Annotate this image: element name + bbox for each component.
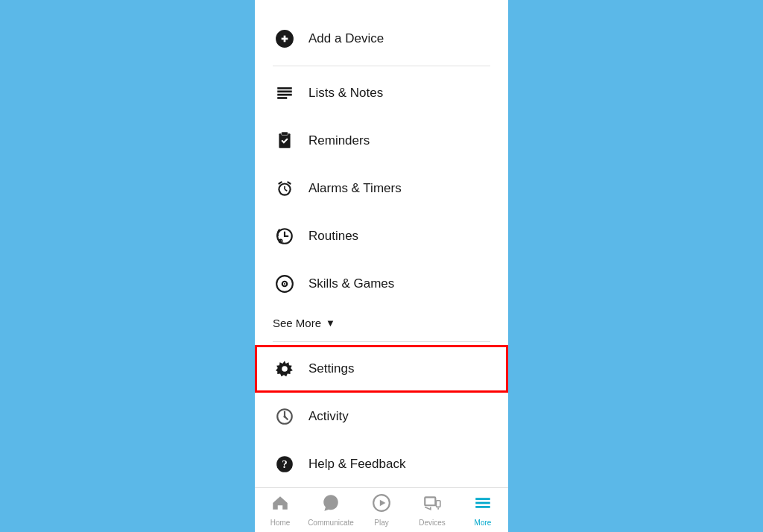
nav-communicate-label: Communicate bbox=[308, 519, 354, 527]
nav-play-label: Play bbox=[374, 519, 388, 527]
alarms-timers-item[interactable]: Alarms & Timers bbox=[255, 165, 508, 212]
phone-container: Add a Device Lists & Notes bbox=[255, 0, 508, 532]
divider-1 bbox=[273, 66, 490, 66]
nav-devices-label: Devices bbox=[419, 519, 446, 527]
routines-icon bbox=[273, 224, 297, 248]
see-more-button[interactable]: See More ▼ bbox=[255, 308, 508, 338]
lists-notes-label: Lists & Notes bbox=[308, 86, 383, 101]
activity-icon bbox=[273, 405, 297, 428]
add-device-label: Add a Device bbox=[308, 31, 384, 46]
more-icon bbox=[473, 493, 493, 516]
svg-point-23 bbox=[283, 415, 285, 417]
routines-label: Routines bbox=[308, 229, 358, 244]
routines-item[interactable]: Routines bbox=[255, 212, 508, 260]
gear-icon bbox=[273, 357, 297, 381]
nav-home-label: Home bbox=[270, 519, 291, 527]
reminders-item[interactable]: Reminders bbox=[255, 117, 508, 165]
svg-marker-27 bbox=[380, 500, 386, 507]
nav-more[interactable]: More bbox=[458, 488, 508, 532]
nav-play[interactable]: Play bbox=[356, 488, 407, 532]
settings-item[interactable]: Settings bbox=[255, 345, 508, 393]
nav-communicate[interactable]: Communicate bbox=[305, 488, 356, 532]
svg-rect-28 bbox=[425, 497, 435, 505]
list-icon bbox=[273, 81, 297, 105]
bottom-nav: Home Communicate Play bbox=[255, 487, 508, 532]
settings-label: Settings bbox=[308, 361, 354, 376]
clipboard-check-icon bbox=[273, 129, 297, 153]
svg-text:?: ? bbox=[282, 457, 288, 470]
activity-label: Activity bbox=[308, 409, 349, 424]
svg-point-19 bbox=[282, 366, 288, 372]
divider-2 bbox=[273, 341, 490, 342]
skills-icon bbox=[273, 272, 297, 296]
chevron-down-icon: ▼ bbox=[326, 317, 335, 329]
menu-list: Add a Device Lists & Notes bbox=[255, 0, 508, 487]
svg-point-17 bbox=[284, 283, 285, 285]
alarm-icon bbox=[273, 177, 297, 200]
svg-rect-29 bbox=[436, 501, 440, 507]
reminders-label: Reminders bbox=[308, 133, 370, 148]
add-device-item[interactable]: Add a Device bbox=[255, 15, 508, 63]
play-icon bbox=[372, 493, 391, 516]
skills-games-item[interactable]: Skills & Games bbox=[255, 260, 508, 308]
help-icon: ? bbox=[273, 452, 297, 476]
help-feedback-item[interactable]: ? Help & Feedback bbox=[255, 440, 508, 487]
nav-home[interactable]: Home bbox=[255, 488, 305, 532]
nav-more-label: More bbox=[475, 519, 492, 527]
activity-item[interactable]: Activity bbox=[255, 393, 508, 440]
devices-icon bbox=[422, 493, 442, 516]
communicate-icon bbox=[321, 493, 341, 516]
skills-games-label: Skills & Games bbox=[308, 276, 394, 291]
lists-notes-item[interactable]: Lists & Notes bbox=[255, 69, 508, 117]
home-icon bbox=[270, 493, 290, 516]
svg-rect-8 bbox=[282, 132, 288, 135]
plus-circle-icon bbox=[273, 27, 297, 51]
alarms-timers-label: Alarms & Timers bbox=[308, 181, 402, 196]
help-feedback-label: Help & Feedback bbox=[308, 457, 405, 472]
see-more-label: See More bbox=[273, 317, 321, 329]
nav-devices[interactable]: Devices bbox=[407, 488, 458, 532]
